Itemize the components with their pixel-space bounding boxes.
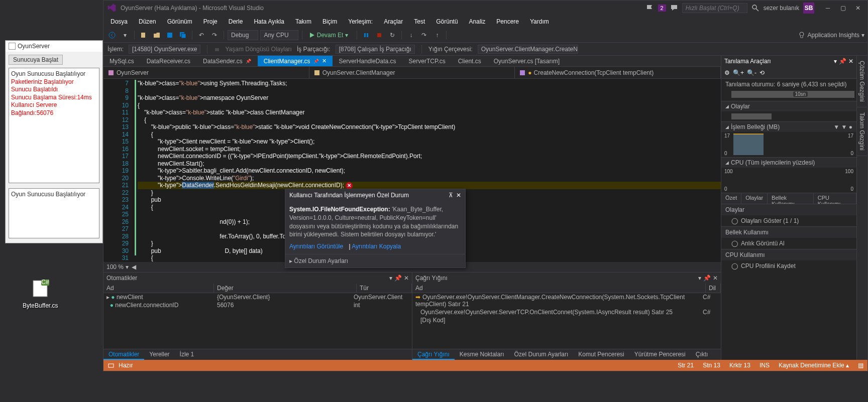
diag-group-header[interactable]: Bellek Kullanımı xyxy=(721,226,856,238)
continue-button[interactable]: Devam Et ▾ xyxy=(306,31,354,40)
exception-settings-link[interactable]: ▸ Özel Durum Ayarları xyxy=(285,254,465,267)
col-name[interactable]: Ad xyxy=(412,284,706,293)
team-explorer-tab[interactable]: Takım Gezgini xyxy=(857,107,867,156)
thread-dropdown[interactable]: [8708] Çalışan İş Parçacığı xyxy=(336,45,415,54)
close-icon[interactable]: ✕ xyxy=(848,58,853,65)
autos-row[interactable]: ● newClient.connectionID56076int xyxy=(103,301,412,309)
close-button[interactable]: ✕ xyxy=(851,3,864,13)
reset-icon[interactable]: ⟲ xyxy=(759,69,765,76)
diag-group-header[interactable]: Olaylar xyxy=(721,204,856,215)
menu-dosya[interactable]: Dosya xyxy=(105,17,133,27)
doc-tab[interactable]: DataReceiver.cs xyxy=(141,56,197,66)
minimize-button[interactable]: ─ xyxy=(821,3,834,13)
search-icon[interactable] xyxy=(751,4,759,12)
quick-launch-input[interactable] xyxy=(682,3,747,13)
menu-derle[interactable]: Derle xyxy=(224,17,248,27)
col-name[interactable]: Ad xyxy=(103,284,214,293)
callstack-row[interactable]: OyunServer.exe!OyunServer.ServerTCP.OnCl… xyxy=(412,308,721,316)
menu-takım[interactable]: Takım xyxy=(290,17,316,27)
panel-tab[interactable]: Otomatikler xyxy=(103,349,144,360)
doc-tab[interactable]: Client.cs xyxy=(452,56,488,66)
user-avatar[interactable]: SB xyxy=(803,3,814,14)
desktop-file[interactable]: C# ByteBuffer.cs xyxy=(23,279,58,309)
solution-explorer-tab[interactable]: Çözüm Gezgini xyxy=(857,56,867,107)
diag-tab[interactable]: Bellek Kullanımı xyxy=(768,193,814,204)
lifecycle-label[interactable]: Yaşam Döngüsü Olayları xyxy=(225,46,292,53)
menu-düzen[interactable]: Düzen xyxy=(134,17,161,27)
step-over-button[interactable]: ↷ xyxy=(418,30,429,41)
menu-hata ayıkla[interactable]: Hata Ayıkla xyxy=(249,17,289,27)
callstack-row[interactable]: [Dış Kod] xyxy=(412,316,721,324)
dropdown-icon[interactable]: ▾ xyxy=(698,275,701,282)
menu-araçlar[interactable]: Araçlar xyxy=(379,17,408,27)
menu-görünüm[interactable]: Görünüm xyxy=(162,17,197,27)
pin-icon[interactable]: 📌 xyxy=(839,58,846,65)
doc-tab[interactable]: DataSender.cs 📌 xyxy=(197,56,258,66)
autos-row[interactable]: ▸ ● newClient{OyunServer.Client}OyunServ… xyxy=(103,293,412,301)
panel-tab[interactable]: Yereller xyxy=(144,349,174,360)
undo-button[interactable]: ↶ xyxy=(196,30,207,41)
open-button[interactable] xyxy=(151,30,162,41)
nav-back-button[interactable] xyxy=(106,30,118,41)
diag-tab[interactable]: Özet xyxy=(721,193,741,204)
doc-tab[interactable]: ServerTCP.cs xyxy=(403,56,452,66)
step-out-button[interactable]: ↑ xyxy=(431,30,443,41)
nav-class[interactable]: OyunServer.ClientManager xyxy=(309,67,515,78)
zoom-out-icon[interactable]: 🔍- xyxy=(747,69,756,76)
dropdown-icon[interactable]: ▾ xyxy=(834,58,837,65)
new-button[interactable] xyxy=(138,30,149,41)
gear-icon[interactable]: ⚙ xyxy=(724,69,730,76)
zoom-level[interactable]: 100 % xyxy=(106,263,124,271)
notification-badge[interactable]: 2 xyxy=(658,5,666,12)
diag-events-section[interactable]: ◢Olaylar xyxy=(721,101,856,111)
col-type[interactable]: Tür xyxy=(357,284,412,293)
menu-proje[interactable]: Proje xyxy=(198,17,223,27)
pause-button[interactable] xyxy=(361,30,372,41)
panel-tab[interactable]: Çıktı xyxy=(691,349,713,360)
stack-frame-dropdown[interactable]: OyunServer.ClientManager.CreateNewCon xyxy=(478,45,578,54)
doc-tab[interactable]: ClientManager.cs 📌 ✕ xyxy=(258,56,333,66)
diag-group-header[interactable]: CPU Kullanımı xyxy=(721,249,856,260)
diag-memory-section[interactable]: ◢İşlem Belleği (MB)▼ ▼ ● xyxy=(721,121,856,132)
dropdown-icon[interactable]: ▾ xyxy=(389,275,392,282)
doc-tab[interactable]: OyunServer.cs [Tasarım] xyxy=(488,56,566,66)
nav-fwd-button[interactable]: ▾ xyxy=(120,30,131,41)
process-dropdown[interactable]: [14580] OyunServer.exe xyxy=(129,45,200,54)
menu-yardım[interactable]: Yardım xyxy=(525,17,554,27)
diag-item[interactable]: ◯ Olayları Göster (1 / 1) xyxy=(721,215,856,226)
close-icon[interactable]: ✕ xyxy=(404,275,409,282)
menu-test[interactable]: Test xyxy=(409,17,430,27)
nav-method[interactable]: ●CreateNewConnection(TcpClient tempClien… xyxy=(515,67,721,78)
platform-dropdown[interactable]: Any CPU xyxy=(260,30,298,40)
diag-cpu-section[interactable]: ◢CPU (Tüm işlemcilerin yüzdesi) xyxy=(721,157,856,168)
nav-project[interactable]: OyunServer xyxy=(103,67,309,78)
menu-pencere[interactable]: Pencere xyxy=(491,17,524,27)
panel-tab[interactable]: Özel Durum Ayarları xyxy=(509,349,574,360)
save-all-button[interactable] xyxy=(177,30,188,41)
config-dropdown[interactable]: Debug xyxy=(228,30,258,40)
save-button[interactable] xyxy=(164,30,175,41)
oyun-title-bar[interactable]: OyunServer xyxy=(6,41,102,52)
panel-tab[interactable]: Kesme Noktaları xyxy=(455,349,509,360)
pin-icon[interactable]: 📌 xyxy=(703,275,711,282)
maximize-button[interactable]: ▢ xyxy=(836,3,849,13)
pin-icon[interactable]: 📌 xyxy=(394,275,402,282)
copy-details-link[interactable]: Ayrıntıları Kopyala xyxy=(352,243,401,250)
diag-timeline[interactable]: 10sn xyxy=(721,90,856,101)
title-bar[interactable]: OyunServer (Hata Ayıklama) - Microsoft V… xyxy=(103,1,867,16)
panel-tab[interactable]: Komut Penceresi xyxy=(573,349,629,360)
doc-tab[interactable]: ServerHandleData.cs xyxy=(333,56,403,66)
doc-tab[interactable]: MySql.cs xyxy=(103,56,141,66)
panel-tab[interactable]: Yürütme Penceresi xyxy=(629,349,691,360)
diag-item[interactable]: ◯ Anlık Görüntü Al xyxy=(721,238,856,249)
notification-icon[interactable]: ▤ xyxy=(858,362,863,369)
feedback-icon[interactable] xyxy=(670,4,678,12)
menu-görüntü[interactable]: Görüntü xyxy=(431,17,463,27)
step-into-button[interactable]: ↓ xyxy=(405,30,416,41)
panel-tab[interactable]: Çağrı Yığını xyxy=(412,349,455,360)
stop-button[interactable] xyxy=(374,30,385,41)
line-gutter[interactable]: 7891011121314151617181920➡21222324252627… xyxy=(103,79,134,262)
restart-button[interactable]: ↻ xyxy=(387,30,398,41)
diag-item[interactable]: ◯ CPU Profilini Kaydet xyxy=(721,260,856,272)
start-server-button[interactable]: Sunucuya Başlat xyxy=(9,55,63,65)
